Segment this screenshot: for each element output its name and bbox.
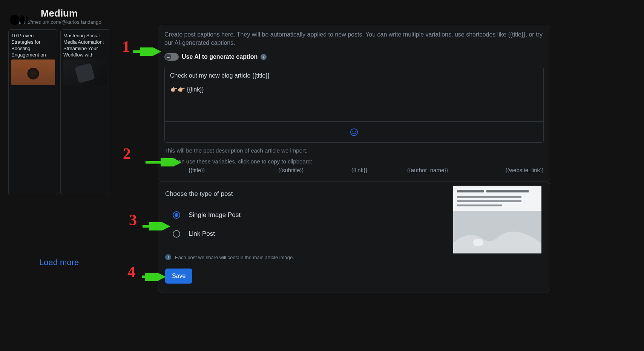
help-text-2: You can use these variables, click one t… (164, 158, 544, 165)
var-chip[interactable]: {{subtitle}} (257, 167, 325, 173)
article-card[interactable]: 10 Proven Strategies for Boosting Engage… (8, 29, 58, 195)
var-chip[interactable]: {{link}} (325, 167, 393, 173)
brand-url[interactable]: https://medium.com/@karlos.fandango (17, 19, 101, 25)
radio-link-post[interactable] (173, 230, 180, 238)
sidebar: Medium https://medium.com/@karlos.fandan… (8, 8, 110, 195)
emoji-picker-icon[interactable] (350, 128, 358, 136)
help-text-1: This will be the post description of eac… (164, 147, 544, 154)
svg-point-0 (10, 15, 20, 25)
radio-label: Link Post (189, 230, 215, 238)
post-type-panel: Choose the type of post Single Image Pos… (158, 182, 550, 293)
captions-intro: Create post captions here. They will be … (164, 31, 544, 47)
save-button[interactable]: Save (165, 269, 192, 284)
article-thumbnail (63, 60, 107, 85)
svg-point-6 (473, 239, 483, 246)
article-title: Mastering Social Media Automation: Strea… (63, 32, 107, 58)
annotation-number: 3 (129, 211, 137, 229)
annotation-number: 1 (122, 38, 130, 56)
ai-toggle[interactable]: – (164, 53, 179, 61)
svg-point-4 (353, 131, 353, 132)
article-title: 10 Proven Strategies for Boosting Engage… (11, 32, 55, 58)
svg-point-1 (20, 15, 25, 25)
annotation-number: 2 (123, 145, 131, 163)
annotation-arrow-icon (133, 47, 161, 56)
post-type-preview (453, 186, 541, 253)
article-card[interactable]: Mastering Social Media Automation: Strea… (60, 29, 110, 195)
caption-editor (164, 67, 544, 143)
ai-toggle-label: Use AI to generate caption (182, 53, 258, 60)
caption-textarea[interactable] (165, 67, 543, 120)
post-type-note: Each post we share will contain the main… (175, 255, 294, 260)
variables-row: {{title}} {{subtitle}} {{link}} {{author… (164, 167, 544, 173)
captions-panel: Create post captions here. They will be … (158, 25, 550, 182)
svg-point-3 (351, 128, 357, 135)
svg-point-2 (26, 16, 28, 24)
var-chip[interactable]: {{website_link}} (462, 167, 544, 173)
medium-logo-icon (10, 14, 29, 26)
info-icon[interactable]: i (261, 54, 267, 60)
load-more-link[interactable]: Load more (39, 258, 79, 267)
info-icon: i (165, 254, 171, 260)
var-chip[interactable]: {{title}} (164, 167, 257, 173)
radio-label: Single Image Post (189, 211, 241, 219)
svg-point-5 (355, 131, 356, 132)
article-thumbnail (11, 60, 55, 85)
annotation-number: 4 (127, 263, 135, 281)
radio-single-image[interactable] (173, 211, 180, 219)
var-chip[interactable]: {{author_name}} (393, 167, 462, 173)
